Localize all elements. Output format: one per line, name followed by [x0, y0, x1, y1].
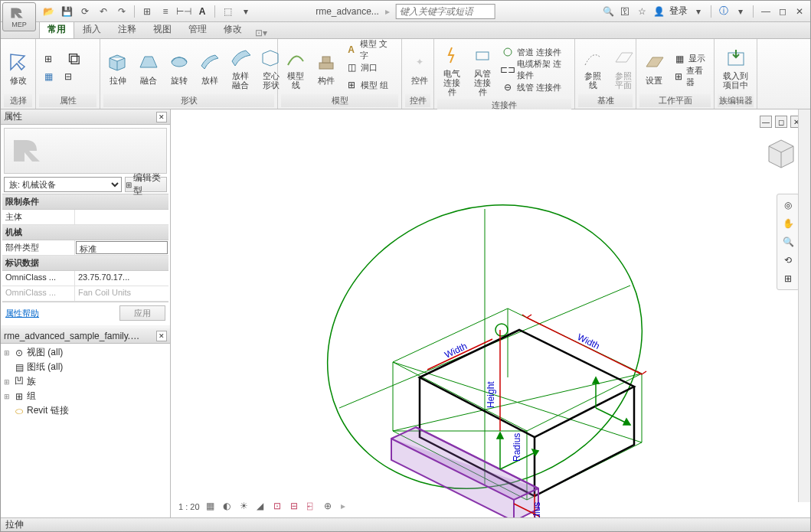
- tab-manage[interactable]: 管理: [180, 20, 215, 38]
- ribbon-expand-icon[interactable]: ⊡▾: [255, 28, 267, 38]
- save-icon[interactable]: 💾: [59, 4, 74, 19]
- ref-line-button[interactable]: 参照 线: [578, 43, 607, 92]
- login-label[interactable]: 登录: [669, 5, 688, 18]
- open-icon[interactable]: 📂: [41, 4, 56, 19]
- conduit-connector-button[interactable]: ⊖线管 连接件: [499, 79, 571, 96]
- star-icon[interactable]: ☆: [636, 5, 648, 18]
- svg-text:Width: Width: [443, 341, 469, 361]
- elec-connector-button[interactable]: 电气 连接件: [437, 41, 466, 99]
- swept-blend-button[interactable]: 放样 融合: [226, 43, 255, 92]
- group-shape-label: 形状: [103, 94, 274, 107]
- set-plane-button[interactable]: 设置: [639, 47, 669, 87]
- print-icon[interactable]: ⊞: [139, 4, 155, 19]
- prop-omni-title[interactable]: OmniClass ...Fan Coil Units: [2, 286, 168, 302]
- opening-button[interactable]: ◫洞口: [343, 59, 397, 76]
- svg-text:Height: Height: [486, 381, 496, 408]
- help-icon[interactable]: ⓘ: [718, 5, 730, 18]
- modify-button[interactable]: 修改: [4, 47, 33, 87]
- dropdown-icon[interactable]: ▾: [238, 4, 253, 19]
- tab-home[interactable]: 常用: [39, 20, 74, 38]
- maximize-button[interactable]: ◻: [777, 5, 789, 18]
- browser-close-icon[interactable]: ✕: [156, 331, 167, 341]
- model-text-button[interactable]: A模型 文字: [343, 41, 397, 58]
- group-datum-label: 基准: [578, 94, 633, 107]
- browser-title: rme_advanced_sample_family.rf...: [4, 331, 142, 341]
- properties-close-icon[interactable]: ✕: [156, 112, 167, 122]
- cable-connector-button[interactable]: ⊏⊐电缆桥架 连接件: [499, 61, 571, 78]
- text-icon[interactable]: A: [195, 4, 210, 19]
- crop-icon[interactable]: ⊡: [273, 501, 286, 513]
- tree-groups[interactable]: ⊞⊞组: [2, 389, 168, 403]
- sweep-button[interactable]: 放样: [195, 47, 224, 87]
- binoculars-icon[interactable]: 🔍: [602, 5, 614, 18]
- tab-modify[interactable]: 修改: [215, 20, 250, 38]
- help-dropdown[interactable]: ▾: [734, 5, 747, 18]
- key-icon[interactable]: ⚿: [619, 5, 631, 18]
- chevron-right-icon[interactable]: ▸: [341, 501, 353, 513]
- left-panel: 属性 ✕ 族: 机械设备 ⊞编辑类型 限制条件 主体 机械 部件类型标准 标识数…: [1, 109, 171, 517]
- duct-connector-button[interactable]: 风管 连接件: [468, 41, 497, 99]
- props-btn1[interactable]: ⊞: [40, 51, 57, 67]
- login-dropdown[interactable]: ▾: [692, 5, 705, 18]
- lock-icon[interactable]: ⍇: [307, 501, 319, 513]
- search-input[interactable]: [396, 4, 495, 19]
- reveal-icon[interactable]: ⊕: [324, 501, 336, 513]
- close-button[interactable]: ✕: [793, 5, 806, 18]
- redo-icon[interactable]: ↷: [114, 4, 129, 19]
- edit-type-button[interactable]: ⊞编辑类型: [125, 177, 167, 192]
- status-text: 拉伸: [5, 518, 24, 531]
- prop-host[interactable]: 主体: [2, 210, 168, 225]
- apply-button[interactable]: 应用: [119, 305, 165, 321]
- detail-level-icon[interactable]: ▦: [206, 501, 218, 513]
- model-line-button[interactable]: 模型 线: [281, 43, 310, 92]
- properties-title: 属性: [4, 110, 22, 123]
- svg-point-0: [172, 57, 187, 67]
- visual-style-icon[interactable]: ◐: [223, 501, 235, 513]
- tree-views[interactable]: ⊞⊙视图 (all): [2, 345, 168, 360]
- tab-annotate[interactable]: 注释: [110, 20, 145, 38]
- user-icon[interactable]: 👤: [652, 5, 665, 18]
- 3d-icon[interactable]: ⬚: [220, 4, 235, 19]
- undo-icon[interactable]: ↶: [96, 4, 111, 19]
- revolve-button[interactable]: 旋转: [165, 47, 194, 87]
- props-btn2[interactable]: ▦: [40, 68, 57, 85]
- measure-icon[interactable]: ≡: [158, 4, 173, 19]
- canvas-scrollbar-v[interactable]: [798, 109, 810, 502]
- tree-sheets[interactable]: ▤图纸 (all): [2, 360, 168, 374]
- tab-insert[interactable]: 插入: [74, 20, 110, 38]
- properties-body: 族: 机械设备 ⊞编辑类型 限制条件 主体 机械 部件类型标准 标识数据 Omn…: [1, 125, 170, 325]
- app-menu-button[interactable]: MEP: [2, 2, 36, 31]
- properties-help-link[interactable]: 属性帮助: [5, 308, 39, 319]
- tree-families[interactable]: ⊞凹族: [2, 374, 168, 389]
- shadow-icon[interactable]: ◢: [257, 501, 269, 513]
- extrude-button[interactable]: 拉伸: [103, 47, 132, 87]
- dim-icon[interactable]: ⊢⊣: [176, 4, 191, 19]
- view-scale[interactable]: 1 : 20: [178, 502, 200, 511]
- blend-button[interactable]: 融合: [134, 47, 163, 87]
- group-model-label: 模型: [281, 94, 398, 107]
- sun-icon[interactable]: ☀: [240, 501, 252, 513]
- view-control-bar: 1 : 20 ▦ ◐ ☀ ◢ ⊡ ⊟ ⍇ ⊕ ▸: [178, 501, 353, 513]
- props-btn4[interactable]: ⊟: [60, 68, 89, 85]
- cat-mech[interactable]: 机械: [2, 225, 168, 240]
- minimize-button[interactable]: —: [760, 5, 772, 18]
- load-family-button[interactable]: 载入到 项目中: [718, 43, 754, 92]
- type-selector[interactable]: 族: 机械设备: [4, 177, 122, 192]
- drawing-canvas[interactable]: — ◻ ✕ ◎ ✋ 🔍 ⟲ ⊞: [171, 109, 810, 517]
- viewer-button[interactable]: ⊞查看器: [671, 68, 710, 85]
- svg-rect-3: [476, 52, 489, 60]
- tab-view[interactable]: 视图: [145, 20, 180, 38]
- svg-point-4: [504, 48, 512, 56]
- component-button[interactable]: 构件: [312, 47, 341, 87]
- crop-region-icon[interactable]: ⊟: [290, 501, 302, 513]
- prop-omni-num[interactable]: OmniClass ...23.75.70.17...: [2, 271, 168, 286]
- ref-plane-button[interactable]: 参照 平面: [609, 43, 638, 92]
- props-btn3[interactable]: ⧉: [60, 51, 89, 67]
- control-button[interactable]: ✦控件: [405, 47, 434, 87]
- cat-id-data[interactable]: 标识数据: [2, 256, 168, 271]
- sync-icon[interactable]: ⟳: [77, 4, 93, 19]
- type-preview: [4, 128, 167, 174]
- prop-part-type[interactable]: 部件类型标准: [2, 240, 168, 256]
- tree-links[interactable]: ⬭Revit 链接: [2, 403, 168, 418]
- model-group-button[interactable]: ⊞模型 组: [343, 77, 397, 93]
